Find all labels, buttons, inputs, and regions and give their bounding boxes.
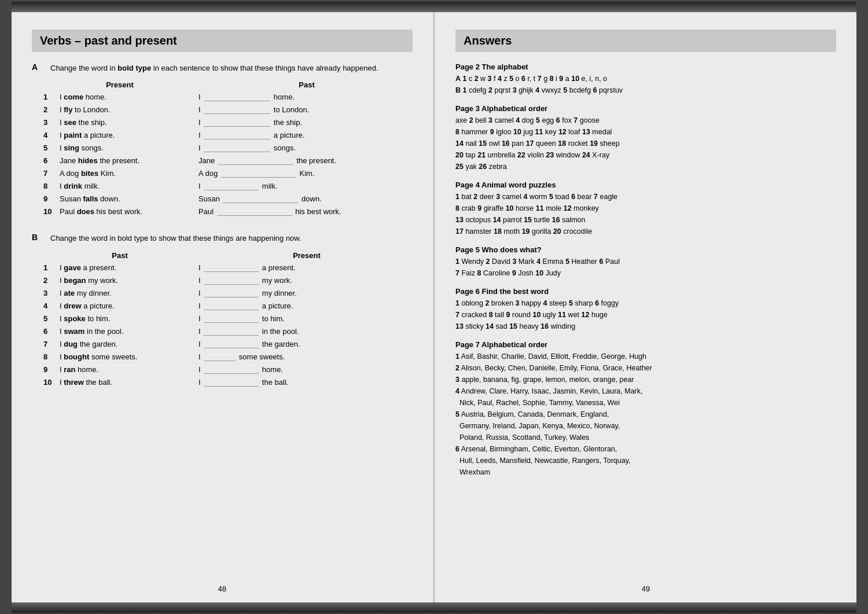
answers-page2: Page 2 The alphabet A 1 c 2 w 3 f 4 z 5 … [455,62,836,96]
answers-page7-content: 1 Asif, Bashir, Charlie, David, Elliott,… [455,351,836,478]
table-row: 3 I ate my dinner. I my dinner. [43,289,413,297]
table-row: 5 I sing songs. I songs. [43,144,413,152]
table-row: 7 A dog bites Kim. A dog Kim. [43,169,413,178]
section-a-col-headers: Present Past [50,80,413,89]
answers-page5: Page 5 Who does what? 1 Wendy 2 David 3 … [455,245,836,279]
left-page: Verbs – past and present A Change the wo… [12,12,433,602]
answers-page7: Page 7 Alphabetical order 1 Asif, Bashir… [455,340,836,478]
section-a-intro: Change the word in bold type in each sen… [50,62,413,74]
answers-page3: Page 3 Alphabetical order axe 2 bell 3 c… [455,104,836,172]
section-b-intro: Change the word in bold type to show tha… [50,233,413,244]
table-row: 10 Paul does his best work. Paul his bes… [43,207,413,216]
table-row: 5 I spoke to him. I to him. [43,314,413,323]
table-row: 6 I swam in the pool. I in the pool. [43,327,413,336]
answers-page5-heading: Page 5 Who does what? [455,245,836,254]
table-row: 8 I drink milk. I milk. [43,182,413,190]
table-row: 2 I began my work. I my work. [43,276,413,285]
col-past-header: Past [189,80,413,89]
table-row: 9 I ran home. I home. [43,365,413,374]
answers-page3-heading: Page 3 Alphabetical order [455,104,836,113]
answers-page2-line1: A 1 c 2 w 3 f 4 z 5 o 6 r, t 7 g 8 i 9 a… [455,73,836,84]
answers-page4-content: 1 bat 2 deer 3 camel 4 worm 5 toad 6 bea… [455,191,836,237]
answers-page3-content: axe 2 bell 3 camel 4 dog 5 egg 6 fox 7 g… [455,115,836,172]
table-row: 3 I see the ship. I the ship. [43,118,413,127]
table-row: 4 I drew a picture. I a picture. [43,302,413,310]
answers-page7-heading: Page 7 Alphabetical order [455,340,836,349]
table-row: 6 Jane hides the present. Jane the prese… [43,156,413,165]
col-past-header-b: Past [50,251,189,260]
right-page-number: 49 [642,584,650,593]
table-row: 7 I dug the garden. I the garden. [43,340,413,348]
left-page-title: Verbs – past and present [40,34,404,47]
table-row: 10 I threw the ball. I the ball. [43,378,413,387]
right-page-header: Answers [455,30,836,52]
section-b-col-headers: Past Present [50,251,413,260]
answers-page4: Page 4 Animal word puzzles 1 bat 2 deer … [455,181,836,237]
answers-page2-line2: B 1 cdefg 2 pqrst 3 ghijk 4 vwxyz 5 bcde… [455,84,836,96]
answers-page6-content: 1 oblong 2 broken 3 happy 4 steep 5 shar… [455,297,836,332]
table-row: 1 I come home. I home. [43,93,413,101]
table-row: 9 Susan falls down. Susan down. [43,194,413,203]
right-page-title: Answers [464,34,828,47]
table-row: 8 I bought some sweets. I some sweets. [43,352,413,361]
table-row: 2 I fly to London. I to London. [43,105,413,114]
col-present-header-b: Present [189,251,413,260]
section-a: A Change the word in bold type in each s… [32,62,413,220]
answers-page6-heading: Page 6 Find the best word [455,287,836,296]
col-present-header: Present [50,80,189,89]
left-page-number: 48 [218,584,226,593]
section-a-label: A [32,62,38,72]
answers-page4-heading: Page 4 Animal word puzzles [455,181,836,189]
table-row: 1 I gave a present. I a present. [43,263,413,272]
left-page-header: Verbs – past and present [32,30,413,52]
section-b-label: B [32,233,38,242]
answers-page6: Page 6 Find the best word 1 oblong 2 bro… [455,287,836,332]
answers-page5-content: 1 Wendy 2 David 3 Mark 4 Emma 5 Heather … [455,256,836,279]
right-page: Answers Page 2 The alphabet A 1 c 2 w 3 … [435,12,856,602]
section-b: B Change the word in bold type to show t… [32,233,413,391]
table-row: 4 I paint a picture. I a picture. [43,131,413,139]
answers-page2-heading: Page 2 The alphabet [455,62,836,71]
